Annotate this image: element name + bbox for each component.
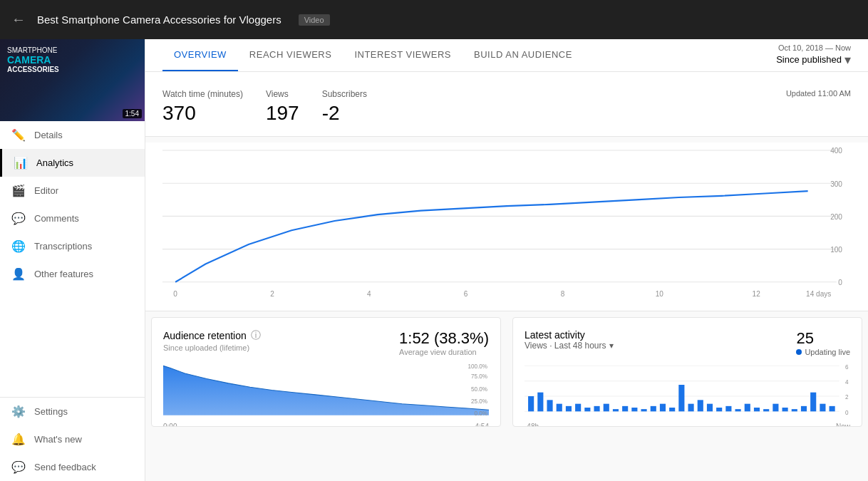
retention-header: Audience retention ⓘ Since uploaded (lif… [152,318,500,362]
sidebar-nav: ✏️ Details 📊 Analytics 🎬 Editor 💬 Commen… [0,121,145,397]
stat-views-label: Views [266,89,299,99]
svg-text:10: 10 [656,289,663,298]
retention-x-start: 0:00 [163,423,177,427]
retention-axis: 0:00 4:54 [163,421,489,427]
sidebar-item-settings[interactable]: ⚙️ Settings [0,398,145,425]
activity-header-right: 25 Updating live [796,329,850,356]
sidebar-item-feedback[interactable]: 💬 Send feedback [0,453,145,481]
comments-icon: 💬 [11,212,26,225]
svg-rect-57 [801,406,807,411]
bottom-panels: Audience retention ⓘ Since uploaded (lif… [145,311,868,433]
tab-interest[interactable]: INTEREST VIEWERS [343,39,463,71]
activity-x-start: -48h [525,423,539,427]
svg-rect-48 [716,408,722,411]
svg-text:6: 6 [845,363,849,370]
sidebar-item-editor[interactable]: 🎬 Editor [0,177,145,205]
video-badge: Video [299,14,330,26]
svg-rect-47 [707,404,713,412]
settings-icon: ⚙️ [11,405,26,418]
tab-overview[interactable]: OVERVIEW [162,39,238,71]
svg-rect-45 [688,404,694,412]
sidebar-item-whats-new[interactable]: 🔔 What's new [0,425,145,453]
editor-icon: 🎬 [11,184,26,197]
retention-value: 1:52 (38.3%) [399,329,489,348]
retention-avg-label: Average view duration [399,348,489,356]
transcriptions-icon: 🌐 [11,239,26,253]
svg-rect-36 [604,404,609,412]
retention-info-icon[interactable]: ⓘ [251,329,261,342]
retention-header-left: Audience retention ⓘ Since uploaded (lif… [163,329,261,352]
thumb-line1: SMARTPHONE [7,46,59,54]
views-filter[interactable]: Views · Last 48 hours ▾ [525,341,614,351]
sidebar-item-comments[interactable]: 💬 Comments [0,205,145,232]
svg-rect-53 [763,409,769,411]
sidebar: SMARTPHONE CAMERA ACCESSORIES 1:54 ✏️ De… [0,39,145,481]
svg-text:6: 6 [464,289,468,298]
tabs-bar: OVERVIEW REACH VIEWERS INTEREST VIEWERS … [145,39,868,72]
filter-chevron-icon: ▾ [609,341,614,351]
chart-svg: 400 300 200 100 0 0 2 4 6 8 10 12 14 day… [162,143,851,299]
activity-svg: 6 4 2 0 [525,362,850,419]
date-filter[interactable]: Oct 10, 2018 — Now Since published ▾ [776,43,851,68]
svg-text:0.0%: 0.0% [474,409,487,416]
features-icon: 👤 [11,267,26,281]
back-button[interactable]: ← [11,11,26,28]
content-area: OVERVIEW REACH VIEWERS INTEREST VIEWERS … [145,39,868,481]
svg-text:200: 200 [830,212,842,221]
svg-text:0: 0 [845,408,849,415]
stat-watch-time: Watch time (minutes) 370 [162,83,266,136]
stat-subscribers-label: Subscribers [322,89,367,99]
sidebar-label-feedback: Send feedback [34,462,96,472]
stat-views: Views 197 [266,83,322,136]
video-thumbnail: SMARTPHONE CAMERA ACCESSORIES 1:54 [0,39,145,121]
svg-text:0: 0 [838,278,842,287]
date-range-label: Oct 10, 2018 — Now [776,43,851,52]
retention-panel: Audience retention ⓘ Since uploaded (lif… [151,317,501,427]
stat-views-value: 197 [266,102,299,125]
sidebar-label-transcriptions: Transcriptions [34,241,92,252]
whats-new-icon: 🔔 [11,433,26,446]
retention-chart: 100.0% 75.0% 50.0% 25.0% 0.0% 0:00 4:54 [152,362,500,426]
svg-rect-33 [575,404,581,412]
sidebar-item-transcriptions[interactable]: 🌐 Transcriptions [0,232,145,260]
svg-rect-52 [754,408,760,411]
main-chart: 400 300 200 100 0 0 2 4 6 8 10 12 14 day… [145,143,868,311]
svg-rect-59 [820,404,825,412]
svg-rect-34 [584,408,590,411]
stats-row: Watch time (minutes) 370 Views 197 Subsc… [145,72,868,137]
video-title: Best Smartphone Camera Accessories for V… [37,14,281,26]
sidebar-label-editor: Editor [34,185,58,196]
retention-meta: Since uploaded (lifetime) [163,343,261,352]
sidebar-item-features[interactable]: 👤 Other features [0,260,145,288]
thumb-text: SMARTPHONE CAMERA ACCESSORIES [7,46,59,73]
date-select[interactable]: Since published ▾ [776,52,851,68]
tab-reach[interactable]: REACH VIEWERS [238,39,343,71]
svg-rect-35 [594,406,599,411]
video-duration: 1:54 [123,109,142,118]
svg-rect-28 [528,396,534,411]
svg-text:12: 12 [753,289,760,298]
activity-x-end: Now [836,423,850,427]
svg-text:4: 4 [367,289,371,298]
svg-rect-37 [613,409,619,411]
svg-rect-41 [651,406,656,411]
svg-rect-44 [678,385,684,411]
activity-title: Latest activity [525,329,614,341]
stat-subscribers: Subscribers -2 [322,83,390,136]
svg-rect-39 [631,408,637,411]
svg-text:50.0%: 50.0% [471,385,488,392]
svg-rect-38 [622,406,628,411]
sidebar-item-analytics[interactable]: 📊 Analytics [0,149,145,177]
chevron-down-icon: ▾ [844,52,851,68]
svg-text:2: 2 [845,393,849,400]
svg-text:14 days: 14 days [806,289,831,298]
tab-audience[interactable]: BUILD AN AUDIENCE [463,39,584,71]
svg-rect-55 [782,408,788,411]
svg-rect-31 [557,404,562,412]
sidebar-item-details[interactable]: ✏️ Details [0,121,145,149]
sidebar-label-analytics: Analytics [36,157,73,168]
svg-rect-42 [660,404,666,412]
activity-chart: 6 4 2 0 -48h Now [513,362,862,426]
svg-text:100.0%: 100.0% [467,362,487,369]
sidebar-label-features: Other features [34,269,93,279]
